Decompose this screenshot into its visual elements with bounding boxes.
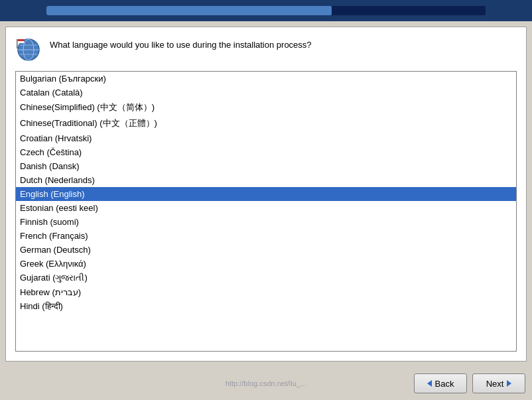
list-item[interactable]: Chinese(Simplified) (中文（简体）) [16, 100, 516, 115]
svg-rect-5 [17, 39, 18, 48]
list-item[interactable]: Dutch (Nederlands) [16, 173, 516, 187]
next-label: Next [486, 379, 504, 389]
list-item[interactable]: German (Deutsch) [16, 243, 516, 257]
list-item[interactable]: Bulgarian (Български) [16, 72, 516, 86]
list-container: Bulgarian (Български)Catalan (Català)Chi… [15, 71, 517, 352]
list-item[interactable]: Croatian (Hrvatski) [16, 131, 516, 145]
flag-icon [15, 36, 42, 63]
svg-rect-7 [18, 41, 25, 43]
list-item[interactable]: Greek (Ελληνικά) [16, 257, 516, 271]
language-list[interactable]: Bulgarian (Български)Catalan (Català)Chi… [16, 72, 516, 351]
next-button[interactable]: Next [472, 373, 525, 393]
list-item[interactable]: Gujarati (ગુજરાતી) [16, 271, 516, 285]
list-item[interactable]: English (English) [16, 187, 516, 201]
list-item[interactable]: Chinese(Traditional) (中文（正體）) [16, 115, 516, 131]
bottom-bar: http://blog.csdn.net/liu_... Back Next [0, 367, 532, 400]
list-item[interactable]: Estonian (eesti keel) [16, 201, 516, 215]
list-item[interactable]: Czech (Čeština) [16, 145, 516, 159]
list-item[interactable]: Catalan (Català) [16, 86, 516, 100]
top-bar [0, 0, 532, 21]
next-arrow-icon [507, 380, 511, 387]
list-item[interactable]: Hebrew (עברית) [16, 285, 516, 299]
header-section: What language would you like to use duri… [15, 36, 517, 63]
main-content: What language would you like to use duri… [5, 27, 527, 362]
progress-bar-fill [46, 6, 332, 15]
back-arrow-icon [427, 380, 432, 387]
question-text: What language would you like to use duri… [50, 36, 312, 51]
list-item[interactable]: French (Français) [16, 229, 516, 243]
list-item[interactable]: Danish (Dansk) [16, 159, 516, 173]
back-label: Back [435, 379, 454, 389]
list-item[interactable]: Finnish (suomi) [16, 215, 516, 229]
back-button[interactable]: Back [414, 373, 467, 393]
list-item[interactable]: Hindi (हिन्दी) [16, 299, 516, 314]
progress-bar-container [46, 6, 486, 15]
